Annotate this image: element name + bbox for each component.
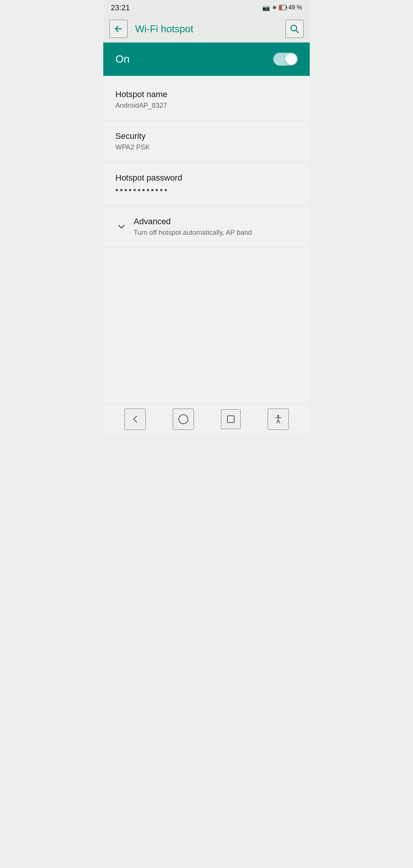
page-title: Wi-Fi hotspot [135, 23, 278, 35]
svg-line-11 [278, 420, 280, 423]
hotspot-name-item[interactable]: Hotspot name AndroidAP_8327 [103, 79, 310, 121]
hotspot-password-value: •••••••••••• [115, 185, 298, 195]
advanced-item[interactable]: Advanced Turn off hotspot automatically,… [103, 206, 310, 248]
nav-home-button[interactable] [173, 409, 194, 430]
signal-dot [273, 6, 276, 9]
back-button[interactable] [109, 20, 128, 38]
hotspot-toggle[interactable] [273, 53, 298, 66]
back-arrow-icon [113, 24, 124, 34]
hotspot-name-title: Hotspot name [115, 90, 298, 99]
nav-back-icon [130, 414, 140, 425]
advanced-subtitle: Turn off hotspot automatically, AP band [134, 229, 298, 237]
status-time: 23:21 [111, 3, 130, 12]
advanced-text: Advanced Turn off hotspot automatically,… [134, 217, 298, 237]
nav-accessibility-button[interactable] [268, 409, 289, 430]
security-value: WPA2 PSK [115, 143, 298, 151]
svg-point-5 [179, 415, 188, 424]
nav-back-button[interactable] [125, 409, 146, 430]
nav-bar [103, 404, 310, 434]
svg-line-4 [296, 30, 299, 33]
settings-list: Hotspot name AndroidAP_8327 Security WPA… [103, 76, 310, 404]
battery-svg [279, 5, 287, 10]
toggle-banner[interactable]: On [103, 42, 310, 76]
nav-accessibility-icon [273, 414, 284, 425]
toggle-knob [285, 53, 297, 65]
battery-icon: 49 % [279, 4, 302, 11]
nav-home-icon [178, 414, 189, 425]
toggle-label: On [115, 53, 129, 65]
chevron-down-icon [115, 222, 128, 232]
hotspot-password-title: Hotspot password [115, 173, 298, 183]
svg-line-10 [277, 420, 278, 423]
svg-rect-6 [227, 416, 234, 423]
status-bar: 23:21 📷 49 % [103, 0, 310, 15]
security-item[interactable]: Security WPA2 PSK [103, 121, 310, 162]
camera-icon: 📷 [262, 4, 270, 11]
svg-rect-2 [279, 6, 282, 10]
hotspot-password-item[interactable]: Hotspot password •••••••••••• [103, 162, 310, 206]
nav-recent-button[interactable] [221, 409, 241, 429]
status-icons: 📷 49 % [262, 4, 302, 11]
search-icon [289, 24, 300, 34]
hotspot-name-value: AndroidAP_8327 [115, 102, 298, 110]
svg-rect-1 [286, 6, 287, 9]
app-bar: Wi-Fi hotspot [103, 15, 310, 42]
advanced-title: Advanced [134, 217, 298, 226]
security-title: Security [115, 131, 298, 141]
battery-percent: 49 % [288, 4, 302, 11]
search-button[interactable] [285, 20, 304, 38]
nav-recent-icon [226, 415, 235, 424]
